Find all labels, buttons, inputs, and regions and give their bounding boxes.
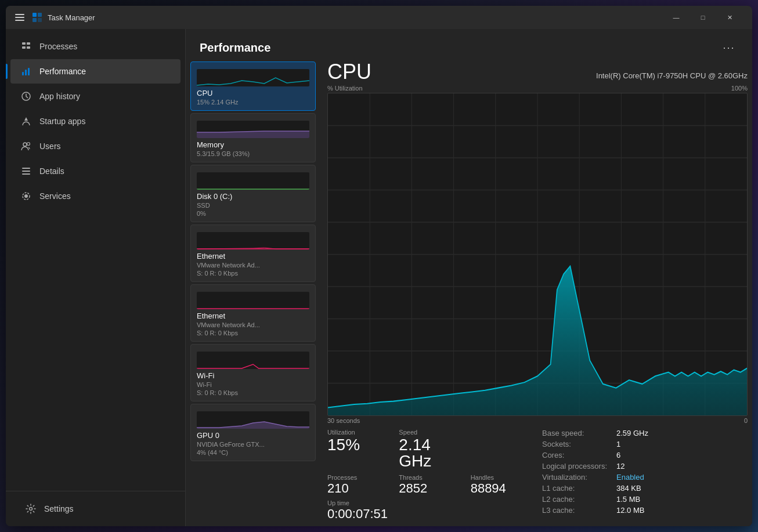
detail-header: CPU Intel(R) Core(TM) i7-9750H CPU @ 2.6… <box>327 61 748 82</box>
sidebar-item-app-history[interactable]: App history <box>10 84 181 108</box>
time-start-label: 30 seconds <box>327 417 360 424</box>
device-item-memory[interactable]: Memory 5.3/15.9 GB (33%) <box>190 113 316 162</box>
handles-label: Handles <box>471 474 533 481</box>
memory-device-sub: 5.3/15.9 GB (33%) <box>197 150 309 157</box>
chart-labels: % Utilization 100% <box>327 85 748 92</box>
time-end-label: 0 <box>744 417 748 424</box>
uptime-value: 0:00:07:51 <box>327 506 533 522</box>
stats-section: Utilization 15% Speed 2.14 GHz <box>327 429 748 522</box>
svg-point-13 <box>27 143 30 146</box>
svg-rect-5 <box>27 42 30 45</box>
sidebar-item-services[interactable]: Services <box>10 184 181 208</box>
utilization-speed-group: Utilization 15% Speed 2.14 GHz <box>327 429 533 469</box>
device-item-ethernet2[interactable]: Ethernet VMware Network Ad... S: 0 R: 0 … <box>190 284 316 342</box>
eth2-device-sub1: VMware Network Ad... <box>197 321 309 328</box>
cores-label: Cores: <box>542 451 607 459</box>
max-label: 100% <box>731 85 748 92</box>
memory-device-name: Memory <box>197 140 309 149</box>
detail-subtitle: Intel(R) Core(TM) i7-9750H CPU @ 2.60GHz <box>596 71 748 82</box>
stats-left: Utilization 15% Speed 2.14 GHz <box>327 429 533 522</box>
cpu-chart <box>327 93 748 416</box>
device-item-wifi[interactable]: Wi-Fi Wi-Fi S: 0 R: 0 Kbps <box>190 344 316 401</box>
utilization-stat: Utilization 15% <box>327 429 389 469</box>
sockets-value: 1 <box>616 440 748 448</box>
virtualization-label: Virtualization: <box>542 473 607 482</box>
svg-rect-3 <box>38 18 42 22</box>
sidebar-item-users[interactable]: Users <box>10 134 181 158</box>
handles-value: 88894 <box>471 482 533 495</box>
more-icon: ··· <box>723 42 735 54</box>
svg-rect-8 <box>22 72 24 75</box>
threads-stat: Threads 2852 <box>399 474 461 495</box>
gpu-device-sub1: NVIDIA GeForce GTX... <box>197 441 309 448</box>
page-title: Performance <box>200 41 270 55</box>
utilization-value: 15% <box>327 437 389 453</box>
svg-point-19 <box>30 508 33 511</box>
sidebar-item-processes[interactable]: Processes <box>10 34 181 59</box>
svg-rect-16 <box>22 173 30 175</box>
detail-title: CPU <box>327 61 371 82</box>
svg-rect-1 <box>38 13 42 17</box>
hamburger-icon[interactable] <box>15 14 24 21</box>
device-item-ethernet1[interactable]: Ethernet VMware Network Ad... S: 0 R: 0 … <box>190 225 316 282</box>
handles-stat: Handles 88894 <box>471 474 533 495</box>
sidebar-nav: Processes Performance <box>6 29 185 491</box>
content-body: CPU 15% 2.14 GHz Memory 5.3/15.9 GB (33 <box>186 61 752 526</box>
virtualization-value: Enabled <box>616 473 748 482</box>
disk-device-sub1: SSD <box>197 202 309 209</box>
cpu-device-name: CPU <box>197 89 309 97</box>
device-item-gpu[interactable]: GPU 0 NVIDIA GeForce GTX... 4% (44 °C) <box>190 404 316 461</box>
device-item-disk[interactable]: Disk 0 (C:) SSD 0% <box>190 165 316 222</box>
sidebar-item-label: Processes <box>39 42 77 51</box>
processes-threads-handles: Processes 210 Threads 2852 Handles 88894 <box>327 474 533 495</box>
minimize-button[interactable]: — <box>663 8 690 27</box>
l1-label: L1 cache: <box>542 484 607 493</box>
l1-value: 384 KB <box>616 484 748 493</box>
svg-rect-2 <box>33 18 37 22</box>
sidebar-item-settings[interactable]: Settings <box>15 497 176 521</box>
speed-value: 2.14 GHz <box>399 437 461 469</box>
disk-device-name: Disk 0 (C:) <box>197 192 309 201</box>
wifi-mini-chart <box>197 352 309 369</box>
content-area: Performance ··· <box>186 29 752 526</box>
wifi-device-sub2: S: 0 R: 0 Kbps <box>197 389 309 396</box>
sidebar-item-performance[interactable]: Performance <box>10 59 181 84</box>
eth2-device-name: Ethernet <box>197 312 309 320</box>
base-speed-value: 2.59 GHz <box>616 429 748 437</box>
maximize-button[interactable]: □ <box>690 8 716 27</box>
gpu-device-name: GPU 0 <box>197 431 309 440</box>
cores-value: 6 <box>616 451 748 459</box>
details-icon <box>20 165 33 178</box>
settings-icon <box>24 502 37 515</box>
l3-value: 12.0 MB <box>616 506 748 515</box>
sidebar-item-label: Startup apps <box>39 117 85 126</box>
device-item-cpu[interactable]: CPU 15% 2.14 GHz <box>190 61 316 111</box>
processes-icon <box>20 40 33 53</box>
disk-device-sub2: 0% <box>197 210 309 217</box>
base-speed-label: Base speed: <box>542 429 607 437</box>
chart-time-labels: 30 seconds 0 <box>327 417 748 424</box>
sidebar: Processes Performance <box>6 29 186 526</box>
disk-mini-chart <box>197 172 309 190</box>
speed-label: Speed <box>399 429 461 436</box>
sidebar-item-details[interactable]: Details <box>10 159 181 183</box>
users-icon <box>20 140 33 153</box>
svg-point-17 <box>24 194 28 198</box>
services-icon <box>20 190 33 202</box>
sidebar-item-label: App history <box>39 92 80 101</box>
cpu-device-sub: 15% 2.14 GHz <box>197 99 309 106</box>
uptime-section: Up time 0:00:07:51 <box>327 500 533 522</box>
svg-rect-9 <box>25 70 27 75</box>
sidebar-item-startup[interactable]: Startup apps <box>10 109 181 133</box>
more-options-button[interactable]: ··· <box>720 38 738 57</box>
content-header: Performance ··· <box>186 29 752 61</box>
gpu-mini-chart <box>197 411 309 429</box>
window-controls: — □ ✕ <box>663 8 743 27</box>
svg-rect-15 <box>22 171 30 172</box>
sidebar-item-label: Details <box>39 167 64 176</box>
svg-rect-14 <box>22 168 30 169</box>
sidebar-item-label: Services <box>39 191 71 201</box>
cpu-mini-chart <box>197 69 309 86</box>
close-button[interactable]: ✕ <box>716 8 743 27</box>
main-layout: Processes Performance <box>6 29 752 526</box>
